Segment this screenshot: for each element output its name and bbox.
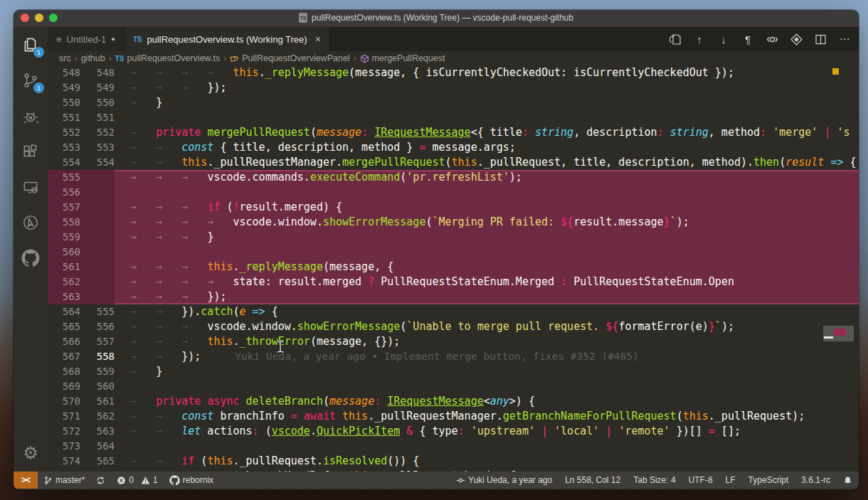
breadcrumb-file[interactable]: TS pullRequestOverview.ts bbox=[115, 53, 220, 63]
code-line[interactable]: 548548→ → → → this._replyMessage(message… bbox=[48, 65, 859, 80]
breadcrumb-github[interactable]: github bbox=[81, 53, 105, 63]
line-number-old[interactable]: 575 bbox=[48, 469, 80, 472]
line-number-new[interactable] bbox=[80, 170, 115, 185]
code-line[interactable]: 549549→ → → }); bbox=[48, 80, 859, 95]
encoding-status[interactable]: UTF-8 bbox=[682, 472, 719, 489]
window-controls[interactable] bbox=[21, 14, 58, 22]
line-number-old[interactable]: 549 bbox=[48, 80, 80, 95]
previous-change-button[interactable]: ↑ bbox=[691, 31, 708, 48]
line-number-new[interactable]: 557 bbox=[80, 334, 115, 349]
settings-button[interactable]: ⚙ bbox=[14, 437, 48, 469]
close-window-button[interactable] bbox=[21, 14, 29, 22]
line-number-new[interactable]: 556 bbox=[80, 319, 115, 334]
code-line[interactable]: 554554→ → this._pullRequestManager.merge… bbox=[48, 155, 859, 170]
gitlens-button[interactable] bbox=[788, 31, 805, 48]
github-account-status[interactable]: rebornix bbox=[164, 472, 219, 489]
line-number-new[interactable] bbox=[80, 200, 115, 215]
line-number-old[interactable]: 566 bbox=[48, 334, 80, 349]
line-number-old[interactable]: 570 bbox=[48, 394, 80, 409]
notifications-button[interactable] bbox=[837, 472, 859, 489]
line-number-old[interactable]: 560 bbox=[48, 245, 80, 260]
line-number-old[interactable]: 557 bbox=[48, 200, 80, 215]
zoom-window-button[interactable] bbox=[49, 14, 58, 22]
sidebar-item-explorer[interactable]: 1 bbox=[14, 27, 48, 63]
line-number-new[interactable]: 558 bbox=[80, 349, 115, 364]
gitlens-blame-button[interactable] bbox=[763, 31, 780, 48]
line-number-new[interactable] bbox=[80, 245, 115, 260]
tab-size-status[interactable]: Tab Size: 4 bbox=[627, 472, 682, 489]
code-line[interactable]: 552552→ private mergePullRequest(message… bbox=[48, 125, 859, 140]
line-number-old[interactable]: 555 bbox=[48, 170, 80, 185]
title-bar[interactable]: TS pullRequestOverview.ts (Working Tree)… bbox=[14, 10, 859, 27]
code-line[interactable]: 557→ → → if (!result.merged) { bbox=[48, 200, 859, 215]
toggle-whitespace-button[interactable]: ¶ bbox=[739, 31, 756, 48]
line-number-new[interactable]: 564 bbox=[80, 439, 115, 454]
line-number-old[interactable]: 569 bbox=[48, 379, 80, 394]
code-editor[interactable]: 548548→ → → → this._replyMessage(message… bbox=[48, 65, 859, 472]
code-line[interactable]: 551551 bbox=[48, 110, 859, 125]
scrollbar-decoration[interactable] bbox=[823, 326, 854, 341]
more-actions-button[interactable]: ⋯ bbox=[836, 31, 853, 48]
line-number-old[interactable]: 554 bbox=[48, 155, 80, 170]
line-number-new[interactable] bbox=[80, 230, 115, 245]
line-number-new[interactable]: 549 bbox=[80, 80, 115, 95]
language-status[interactable]: TypeScript bbox=[742, 472, 795, 489]
line-number-new[interactable]: 562 bbox=[80, 409, 115, 424]
code-line[interactable]: 567558→ → });Yuki Ueda, a year ago • Imp… bbox=[48, 349, 859, 364]
line-number-old[interactable]: 556 bbox=[48, 185, 80, 200]
line-number-new[interactable]: 566 bbox=[80, 469, 115, 472]
sidebar-item-live-share[interactable] bbox=[14, 205, 48, 240]
line-number-new[interactable] bbox=[80, 289, 115, 304]
open-changes-button[interactable] bbox=[667, 31, 684, 48]
code-line[interactable]: 564555→ → }).catch(e => { bbox=[48, 304, 859, 319]
line-number-old[interactable]: 550 bbox=[48, 95, 80, 110]
line-number-old[interactable]: 562 bbox=[48, 275, 80, 289]
breadcrumb-class[interactable]: PullRequestOverviewPanel bbox=[230, 53, 349, 63]
version-status[interactable]: 3.6.1-rc bbox=[795, 472, 837, 489]
line-number-old[interactable]: 553 bbox=[48, 140, 80, 155]
sync-status[interactable] bbox=[90, 472, 111, 489]
code-line[interactable]: 566557→ → → this._throwError(message, {}… bbox=[48, 334, 859, 349]
branch-status[interactable]: master* bbox=[38, 472, 90, 489]
breadcrumb-method[interactable]: mergePullRequest bbox=[360, 53, 445, 63]
line-number-new[interactable]: 553 bbox=[80, 140, 115, 155]
line-number-old[interactable]: 559 bbox=[48, 230, 80, 245]
cursor-position-status[interactable]: Ln 558, Col 12 bbox=[559, 472, 627, 489]
line-number-new[interactable]: 559 bbox=[80, 364, 115, 379]
line-number-old[interactable]: 552 bbox=[48, 125, 80, 140]
code-line[interactable]: 573564 bbox=[48, 439, 859, 454]
next-change-button[interactable]: ↓ bbox=[715, 31, 732, 48]
close-tab-icon[interactable]: × bbox=[315, 33, 321, 45]
line-number-old[interactable]: 551 bbox=[48, 110, 80, 125]
line-number-old[interactable]: 561 bbox=[48, 260, 80, 275]
code-line[interactable]: 572563→ → let actions: (vscode.QuickPick… bbox=[48, 424, 859, 439]
sidebar-item-extensions[interactable] bbox=[14, 134, 48, 169]
line-number-new[interactable]: 563 bbox=[80, 424, 115, 439]
code-line[interactable]: 574565→ → if (this._pullRequest.isResolv… bbox=[48, 454, 859, 469]
tab-pull-request-overview[interactable]: TS pullRequestOverview.ts (Working Tree)… bbox=[125, 27, 330, 51]
tab-untitled[interactable]: ≡ Untitled-1 ● bbox=[48, 27, 125, 51]
code-line[interactable]: 563→ → → }); bbox=[48, 289, 859, 304]
line-number-new[interactable]: 561 bbox=[80, 394, 115, 409]
line-number-new[interactable] bbox=[80, 185, 115, 200]
line-number-new[interactable] bbox=[80, 260, 115, 275]
code-line[interactable]: 571562→ → const branchInfo = await this.… bbox=[48, 409, 859, 424]
problems-status[interactable]: 0 1 bbox=[111, 472, 163, 489]
code-line[interactable]: 565556→ → → vscode.window.showErrorMessa… bbox=[48, 319, 859, 334]
line-number-old[interactable]: 571 bbox=[48, 409, 80, 424]
line-number-new[interactable]: 550 bbox=[80, 95, 115, 110]
blame-status[interactable]: Yuki Ueda, a year ago bbox=[450, 472, 559, 489]
code-line[interactable]: 556 bbox=[48, 185, 859, 200]
code-line[interactable]: 562→ → → → state: result.merged ? PullRe… bbox=[48, 275, 859, 289]
line-number-old[interactable]: 565 bbox=[48, 319, 80, 334]
split-editor-button[interactable] bbox=[812, 31, 829, 48]
code-line[interactable]: 561→ → → this._replyMessage(message, { bbox=[48, 260, 859, 275]
code-line[interactable]: 559→ → → } bbox=[48, 230, 859, 245]
code-line[interactable]: 558→ → → → vscode.window.showErrorMessag… bbox=[48, 215, 859, 230]
line-number-old[interactable]: 558 bbox=[48, 215, 80, 230]
line-number-old[interactable]: 563 bbox=[48, 289, 80, 304]
line-number-old[interactable]: 573 bbox=[48, 439, 80, 454]
code-line[interactable]: 575566→ → → const branchHeadRef = this._… bbox=[48, 469, 859, 472]
sidebar-item-remote-explorer[interactable] bbox=[14, 169, 48, 205]
line-number-new[interactable]: 552 bbox=[80, 125, 115, 140]
